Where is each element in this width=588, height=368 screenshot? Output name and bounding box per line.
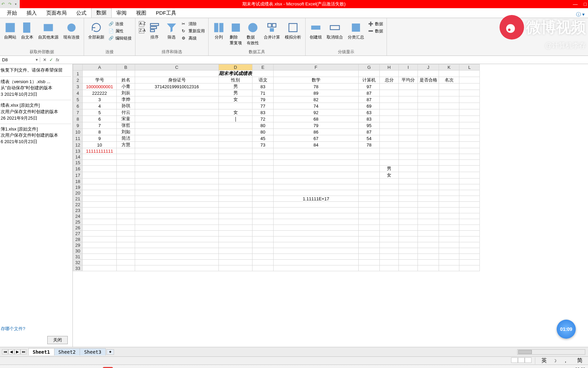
cell-A31[interactable] xyxy=(83,254,117,260)
cell-B33[interactable] xyxy=(117,265,135,271)
row-header-9[interactable]: 9 xyxy=(73,122,83,129)
sort-desc-button[interactable]: Z↓A xyxy=(138,28,145,34)
cell-I25[interactable] xyxy=(399,219,418,225)
cell-A16[interactable] xyxy=(83,166,117,172)
cell-G5[interactable]: 87 xyxy=(359,96,380,103)
cell-B19[interactable] xyxy=(117,184,135,190)
cell-D5[interactable]: 女 xyxy=(219,96,252,103)
tab-pdf[interactable]: PDF工具 xyxy=(151,9,181,18)
cell-K19[interactable] xyxy=(439,184,459,190)
cell-K1[interactable] xyxy=(439,71,459,77)
cell-B14[interactable] xyxy=(117,154,135,160)
cell-H12[interactable] xyxy=(380,142,399,148)
cell-H16[interactable]: 男 xyxy=(380,166,399,172)
cell-E10[interactable]: 80 xyxy=(252,129,274,135)
cell-J19[interactable] xyxy=(418,184,439,190)
cell-A10[interactable]: 8 xyxy=(83,129,117,135)
cell-C18[interactable] xyxy=(135,179,219,184)
cell-J8[interactable] xyxy=(418,116,439,122)
subtotal-button[interactable]: 分类汇总 xyxy=(346,21,365,41)
cell-B20[interactable] xyxy=(117,190,135,196)
cell-I29[interactable] xyxy=(399,242,418,248)
cell-B5[interactable]: 李烨 xyxy=(117,96,135,103)
cell-K11[interactable] xyxy=(439,135,459,142)
cell-H3[interactable] xyxy=(380,83,399,90)
cell-I9[interactable] xyxy=(399,122,418,129)
cell-E14[interactable] xyxy=(252,154,274,160)
cell-C14[interactable] xyxy=(135,154,219,160)
cell-E13[interactable] xyxy=(252,148,274,154)
horizontal-scrollbar[interactable] xyxy=(517,349,585,355)
cell-B3[interactable]: 小青 xyxy=(117,83,135,90)
cell-J23[interactable] xyxy=(418,208,439,213)
column-header-K[interactable]: K xyxy=(439,64,459,71)
cell-J4[interactable] xyxy=(418,90,439,96)
row-header-29[interactable]: 29 xyxy=(73,242,83,248)
cell-D21[interactable] xyxy=(219,196,252,202)
refresh-all-button[interactable]: 全部刷新 xyxy=(87,21,106,41)
cell-D1[interactable]: 期末考试成绩表 xyxy=(219,71,252,77)
column-header-D[interactable]: D xyxy=(219,64,252,71)
dropdown-icon[interactable]: ▾ xyxy=(252,116,252,121)
cell-A1[interactable] xyxy=(83,71,117,77)
cell-K22[interactable] xyxy=(439,202,459,208)
cell-G15[interactable] xyxy=(359,160,380,166)
cell-D15[interactable] xyxy=(219,160,252,166)
row-header-4[interactable]: 4 xyxy=(73,90,83,96)
cell-F8[interactable]: 68 xyxy=(274,116,359,122)
cell-I6[interactable] xyxy=(399,103,418,109)
cell-H5[interactable] xyxy=(380,96,399,103)
cell-C7[interactable] xyxy=(135,109,219,116)
cell-G24[interactable] xyxy=(359,213,380,219)
cell-E9[interactable]: 80 xyxy=(252,122,274,129)
cell-F15[interactable] xyxy=(274,160,359,166)
row-header-12[interactable]: 12 xyxy=(73,142,83,148)
cell-L13[interactable] xyxy=(459,148,480,154)
cell-G28[interactable] xyxy=(359,236,380,242)
cell-J7[interactable] xyxy=(418,109,439,116)
cell-G18[interactable] xyxy=(359,179,380,184)
row-header-11[interactable]: 11 xyxy=(73,135,83,142)
cell-G20[interactable] xyxy=(359,190,380,196)
cell-H19[interactable] xyxy=(380,184,399,190)
cell-G1[interactable] xyxy=(359,71,380,77)
cell-F28[interactable] xyxy=(274,236,359,242)
cell-A15[interactable] xyxy=(83,160,117,166)
cell-L4[interactable] xyxy=(459,90,480,96)
cell-F24[interactable] xyxy=(274,213,359,219)
cell-L16[interactable] xyxy=(459,166,480,172)
cell-K25[interactable] xyxy=(439,219,459,225)
cell-J10[interactable] xyxy=(418,129,439,135)
tab-data[interactable]: 数据 xyxy=(91,8,112,18)
cell-L18[interactable] xyxy=(459,179,480,184)
cell-B6[interactable]: 孙琪 xyxy=(117,103,135,109)
cell-E3[interactable]: 83 xyxy=(252,83,274,90)
cell-B22[interactable] xyxy=(117,202,135,208)
cell-L5[interactable] xyxy=(459,96,480,103)
sheet-nav-prev-icon[interactable]: ◀ xyxy=(8,349,14,354)
cell-J20[interactable] xyxy=(418,190,439,196)
row-header-32[interactable]: 32 xyxy=(73,260,83,265)
cell-C29[interactable] xyxy=(135,242,219,248)
cell-H1[interactable] xyxy=(380,71,399,77)
cell-F16[interactable] xyxy=(274,166,359,172)
cell-G27[interactable] xyxy=(359,231,380,236)
cell-A19[interactable] xyxy=(83,184,117,190)
cell-H8[interactable] xyxy=(380,116,399,122)
cell-K28[interactable] xyxy=(439,236,459,242)
cell-B29[interactable] xyxy=(117,242,135,248)
cell-K31[interactable] xyxy=(439,254,459,260)
cell-A5[interactable]: 3 xyxy=(83,96,117,103)
cell-B28[interactable] xyxy=(117,236,135,242)
cell-G6[interactable]: 69 xyxy=(359,103,380,109)
cell-I22[interactable] xyxy=(399,202,418,208)
column-header-F[interactable]: F xyxy=(274,64,359,71)
column-header-L[interactable]: L xyxy=(459,64,480,71)
cell-D17[interactable] xyxy=(219,172,252,179)
row-header-17[interactable]: 17 xyxy=(73,172,83,179)
cell-B27[interactable] xyxy=(117,231,135,236)
tab-review[interactable]: 审阅 xyxy=(112,9,131,18)
ime-lang[interactable]: 英 xyxy=(539,357,550,364)
cell-C15[interactable] xyxy=(135,160,219,166)
cell-A23[interactable] xyxy=(83,208,117,213)
